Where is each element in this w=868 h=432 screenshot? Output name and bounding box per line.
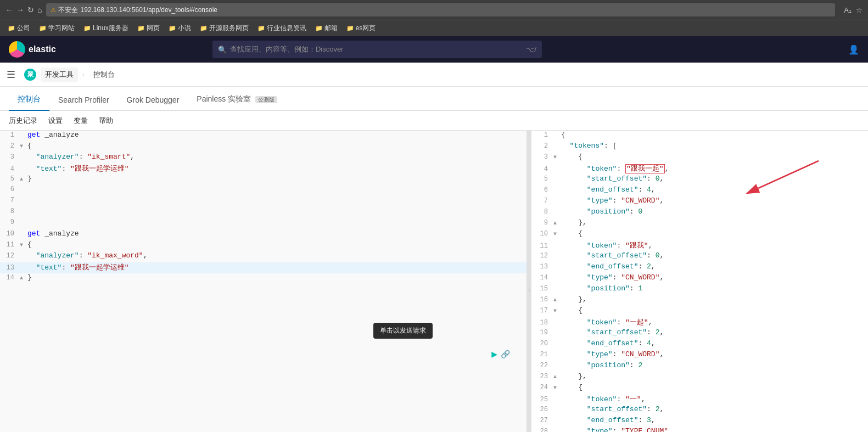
bookmark-linux[interactable]: 📁 Linux服务器	[80, 23, 132, 34]
result-line-24: 24 ▼ {	[531, 383, 868, 394]
global-search[interactable]: 🔍 查找应用、内容等。例如：Discover ⌥/	[212, 41, 542, 58]
result-line-5: 5 "start_offset": 0,	[531, 175, 868, 186]
search-placeholder: 查找应用、内容等。例如：Discover	[230, 44, 344, 54]
bookmark-opensource[interactable]: 📁 开源服务网页	[197, 23, 252, 34]
result-line-27: 27 "end_offset": 3,	[531, 416, 868, 427]
editor-line-11: 11 ▼ {	[0, 240, 527, 251]
breadcrumb-separator: ›	[82, 71, 85, 78]
browser-actions: A₁ ☆	[844, 6, 863, 14]
search-icon: 🔍	[218, 46, 227, 54]
result-line-4: 4 "token": "跟我一起",	[531, 164, 868, 175]
result-line-19: 19 "start_offset": 2,	[531, 328, 868, 339]
editor-line-6: 6	[0, 186, 527, 197]
folder-icon: 📁	[169, 25, 176, 32]
result-line-13: 13 "end_offset": 2,	[531, 262, 868, 273]
submenu-bar: 历史记录 设置 变量 帮助	[0, 111, 868, 131]
hamburger-icon[interactable]: ☰	[7, 69, 15, 81]
result-line-22: 22 "position": 2	[531, 361, 868, 372]
result-line-2: 2 "tokens": [	[531, 142, 868, 153]
back-button[interactable]: ←	[5, 5, 13, 14]
user-icon: 👤	[848, 44, 859, 55]
run-button[interactable]: ▶	[491, 348, 497, 360]
search-shortcut: ⌥/	[526, 46, 536, 54]
editor-line-1: 1 get _analyze	[0, 131, 527, 142]
resize-handle[interactable]: ⋮	[527, 131, 531, 432]
browser-chrome: ← → ↻ ⌂ ⚠ 不安全 192.168.130.140:5601/app/d…	[0, 0, 868, 20]
editor-line-3: 3 "analyzer": "ik_smart",	[0, 153, 527, 164]
reload-button[interactable]: ↻	[27, 5, 34, 14]
result-line-23: 23 ▲ },	[531, 372, 868, 383]
copy-button[interactable]: 🔗	[501, 350, 510, 359]
result-line-21: 21 "type": "CN_WORD",	[531, 350, 868, 361]
elastic-header: elastic 🔍 查找应用、内容等。例如：Discover ⌥/ 👤	[0, 36, 868, 63]
folder-icon: 📁	[8, 25, 15, 32]
editor-line-9: 9	[0, 218, 527, 229]
result-line-10: 10 ▼ {	[531, 229, 868, 240]
main-content: 1 get _analyze 2 ▼ { 3 "analyzer": "ik_s…	[0, 131, 868, 432]
folder-icon: 📁	[39, 25, 47, 32]
breadcrumb-console[interactable]: 控制台	[89, 68, 119, 82]
bookmark-industry[interactable]: 📁 行业信息资讯	[254, 23, 310, 34]
tab-grok-debugger[interactable]: Grok Debugger	[118, 90, 188, 111]
result-line-15: 15 "position": 1	[531, 284, 868, 295]
editor-line-13: 13 "text": "跟我一起学运维"	[0, 262, 527, 273]
folder-icon: 📁	[83, 25, 91, 32]
editor-actions: ▶ 🔗	[491, 348, 510, 360]
header-right: 👤	[848, 44, 859, 55]
folder-icon: 📁	[257, 25, 265, 32]
editor-line-12: 12 "analyzer": "ik_max_word",	[0, 251, 527, 262]
browser-controls: ← → ↻ ⌂	[5, 5, 42, 14]
submenu-variables[interactable]: 变量	[74, 116, 88, 126]
dev-badge: 聚	[24, 69, 36, 81]
bookmark-es[interactable]: 📁 es网页	[343, 23, 379, 34]
submenu-help[interactable]: 帮助	[99, 116, 113, 126]
address-bar[interactable]: ⚠ 不安全 192.168.130.140:5601/app/dev_tools…	[46, 3, 835, 16]
result-line-6: 6 "end_offset": 4,	[531, 186, 868, 197]
folder-icon: 📁	[346, 25, 354, 32]
result-line-3: 3 ▼ {	[531, 153, 868, 164]
submenu-history[interactable]: 历史记录	[9, 116, 37, 126]
editor-line-5: 5 ▲ }	[0, 175, 527, 186]
painless-badge: 公测版	[255, 96, 277, 103]
security-icon: ⚠	[51, 7, 56, 14]
submenu-settings[interactable]: 设置	[48, 116, 63, 126]
result-panel: 1 { 2 "tokens": [ 3 ▼ { 4 "token": "跟我一起…	[531, 131, 868, 432]
editor-line-8: 8	[0, 207, 527, 218]
result-line-25: 25 "token": "一",	[531, 394, 868, 405]
elastic-logo[interactable]: elastic	[9, 41, 56, 58]
result-line-11: 11 "token": "跟我",	[531, 240, 868, 251]
home-button[interactable]: ⌂	[37, 5, 42, 14]
bookmark-learning[interactable]: 📁 学习网站	[36, 23, 78, 34]
bookmark-company[interactable]: 📁 公司	[4, 23, 33, 34]
result-line-7: 7 "type": "CN_WORD",	[531, 197, 868, 207]
folder-icon: 📁	[315, 25, 323, 32]
star-icon: ☆	[856, 6, 863, 14]
result-line-12: 12 "start_offset": 0,	[531, 251, 868, 262]
result-line-18: 18 "token": "一起",	[531, 317, 868, 328]
bookmarks-bar: 📁 公司 📁 学习网站 📁 Linux服务器 📁 网页 📁 小说 📁 开源服务网…	[0, 20, 868, 36]
result-line-20: 20 "end_offset": 4,	[531, 339, 868, 350]
tab-painless[interactable]: Painless 实验室 公测版	[188, 89, 286, 111]
bookmark-novel[interactable]: 📁 小说	[165, 23, 194, 34]
result-line-9: 9 ▲ },	[531, 218, 868, 229]
tab-console[interactable]: 控制台	[9, 89, 49, 111]
elastic-brand: elastic	[29, 44, 56, 54]
tab-search-profiler[interactable]: Search Profiler	[49, 90, 118, 111]
result-line-1: 1 {	[531, 131, 868, 142]
result-line-16: 16 ▲ },	[531, 295, 868, 306]
result-line-14: 14 "type": "CN_WORD",	[531, 273, 868, 284]
insecure-label: 不安全	[58, 5, 78, 15]
bookmark-web[interactable]: 📁 网页	[134, 23, 163, 34]
breadcrumb-devtools[interactable]: 开发工具	[41, 68, 78, 82]
devtools-bar: ☰ 聚 开发工具 › 控制台	[0, 63, 868, 87]
result-line-8: 8 "position": 0	[531, 207, 868, 218]
editor-line-4: 4 "text": "跟我一起学运维"	[0, 164, 527, 175]
result-line-17: 17 ▼ {	[531, 306, 868, 317]
folder-icon: 📁	[137, 25, 145, 32]
logo-circle	[9, 41, 25, 58]
send-request-tooltip: 单击以发送请求	[373, 323, 433, 339]
editor-panel[interactable]: 1 get _analyze 2 ▼ { 3 "analyzer": "ik_s…	[0, 131, 527, 432]
forward-button[interactable]: →	[16, 5, 24, 14]
bookmark-mail[interactable]: 📁 邮箱	[312, 23, 341, 34]
editor-line-10: 10 get _analyze	[0, 229, 527, 240]
